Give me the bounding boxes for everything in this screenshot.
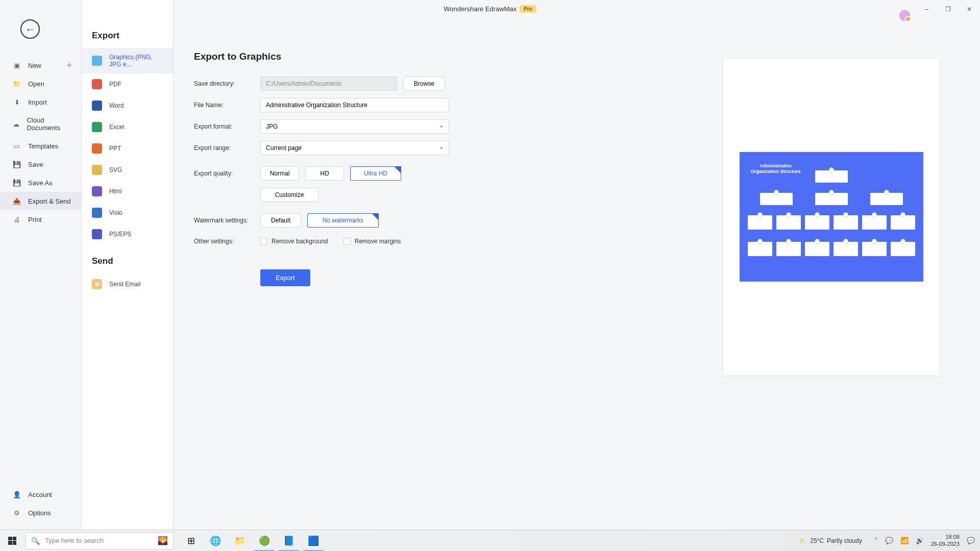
export-type-svg[interactable]: SVG — [82, 159, 173, 181]
user-avatar[interactable] — [898, 9, 911, 22]
export-type-label: PS/EPS — [109, 231, 131, 238]
edge-icon[interactable]: 🌐 — [203, 530, 228, 552]
export-type-label: Visio — [109, 209, 122, 216]
format-value: JPG — [266, 123, 278, 130]
file-options[interactable]: ⚙ Options — [0, 504, 81, 522]
export-type-visio[interactable]: Visio — [82, 202, 173, 223]
file-type-icon — [92, 56, 102, 66]
save-dir-label: Save directory: — [194, 80, 260, 87]
export-type-label: Word — [109, 102, 124, 109]
export-type-html[interactable]: Html — [82, 181, 173, 202]
file-save-as[interactable]: 💾 Save As — [0, 173, 81, 192]
send-email[interactable]: ✉Send Email — [82, 273, 173, 295]
volume-icon[interactable]: 🔊 — [916, 537, 924, 544]
taskbar-search[interactable]: 🔍 Type here to search 🌄 — [26, 532, 174, 549]
filename-label: File Name: — [194, 102, 260, 109]
browse-button[interactable]: Browse — [403, 77, 445, 91]
file-label: Save — [28, 161, 43, 168]
cloud-icon: ☁ — [13, 120, 19, 128]
gear-icon: ⚙ — [13, 509, 21, 517]
save-as-icon: 💾 — [13, 179, 21, 187]
file-label: Save As — [28, 179, 53, 187]
save-icon: 💾 — [13, 160, 21, 168]
weather-widget[interactable]: ⛅ 25°C Partly cloudy — [799, 537, 862, 544]
watermark-label: Watermark settings: — [194, 217, 260, 224]
range-select[interactable]: Current page ▼ — [260, 141, 449, 155]
export-sidebar: Export Graphics (PNG, JPG e...PDFWordExc… — [82, 0, 174, 530]
file-type-icon — [92, 79, 102, 89]
file-explorer-icon[interactable]: 📁 — [228, 530, 252, 552]
caret-down-icon: ▼ — [439, 124, 444, 129]
weather-temp: 25°C — [810, 537, 824, 544]
close-button[interactable]: ✕ — [959, 0, 980, 18]
clock-time: 18:08 — [931, 534, 960, 540]
file-import[interactable]: ⬇ Import — [0, 93, 81, 111]
file-templates[interactable]: ▭ Templates — [0, 137, 81, 155]
wifi-icon[interactable]: 📶 — [900, 537, 909, 544]
minimize-button[interactable]: ─ — [916, 0, 937, 18]
remove-bg-checkbox[interactable] — [260, 238, 267, 245]
file-print[interactable]: 🖨 Print — [0, 210, 81, 229]
weather-desc: Partly cloudy — [827, 537, 862, 544]
folder-icon: 📁 — [13, 80, 21, 88]
file-account[interactable]: 👤 Account — [0, 485, 81, 504]
export-type-label: Excel — [109, 123, 124, 131]
watermark-default[interactable]: Default — [260, 213, 301, 228]
file-cloud-documents[interactable]: ☁ Cloud Documents — [0, 111, 81, 137]
file-export-send[interactable]: 📤 Export & Send — [0, 192, 81, 210]
file-type-icon — [92, 101, 102, 111]
customize-button[interactable]: Customize — [260, 188, 318, 202]
plus-square-icon: ▣ — [13, 61, 21, 69]
word-icon[interactable]: 📘 — [277, 530, 301, 552]
taskbar: 🔍 Type here to search 🌄 ⊞ 🌐 📁 🟢 📘 🟦 ⛅ 25… — [0, 530, 980, 551]
back-button[interactable]: ← — [20, 19, 40, 39]
taskbar-clock[interactable]: 18:08 26-09-2023 — [931, 534, 960, 547]
add-icon[interactable]: + — [66, 60, 72, 71]
export-type-label: SVG — [109, 166, 122, 173]
file-open[interactable]: 📁 Open — [0, 74, 81, 93]
export-type-graphics-png-jpg-e-[interactable]: Graphics (PNG, JPG e... — [82, 48, 173, 73]
range-label: Export range: — [194, 144, 260, 152]
watermark-no-watermarks[interactable]: No watermarks — [307, 213, 379, 228]
window-controls: ─ ❐ ✕ — [916, 0, 980, 18]
export-icon: 📤 — [13, 197, 21, 205]
file-save[interactable]: 💾 Save — [0, 155, 81, 173]
format-label: Export format: — [194, 123, 260, 130]
other-label: Other settings: — [194, 238, 260, 245]
file-label: Print — [28, 216, 42, 223]
quality-hd[interactable]: HD — [305, 166, 344, 181]
filename-input[interactable] — [260, 98, 449, 112]
send-heading: Send — [82, 245, 173, 273]
file-label: New — [28, 62, 41, 69]
notifications-icon[interactable]: 💬 — [967, 537, 975, 544]
account-icon: 👤 — [13, 490, 21, 498]
export-type-word[interactable]: Word — [82, 95, 173, 116]
export-type-excel[interactable]: Excel — [82, 116, 173, 138]
format-select[interactable]: JPG ▼ — [260, 119, 449, 134]
file-sidebar: ▣ New + 📁 Open ⬇ Import ☁ Cloud Document… — [0, 0, 82, 530]
meet-now-icon[interactable]: 💬 — [885, 537, 893, 544]
clock-date: 26-09-2023 — [931, 541, 960, 547]
quality-normal[interactable]: Normal — [260, 166, 299, 181]
export-type-pdf[interactable]: PDF — [82, 73, 173, 95]
edrawmax-icon[interactable]: 🟦 — [301, 530, 326, 552]
quality-ultra-hd[interactable]: Ultra HD — [350, 166, 401, 181]
file-type-icon — [92, 186, 102, 196]
tray-chevron-icon[interactable]: ˄ — [874, 537, 878, 544]
export-type-ps-eps[interactable]: PS/EPS — [82, 223, 173, 245]
preview-panel: AdministrativeOrganization Structure — [724, 59, 939, 375]
task-view-icon[interactable]: ⊞ — [179, 530, 203, 552]
file-new[interactable]: ▣ New + — [0, 56, 81, 74]
save-dir-input[interactable] — [260, 77, 397, 91]
maximize-button[interactable]: ❐ — [937, 0, 959, 18]
chrome-icon[interactable]: 🟢 — [252, 530, 277, 552]
export-button[interactable]: Export — [260, 269, 310, 286]
export-type-ppt[interactable]: PPT — [82, 138, 173, 159]
templates-icon: ▭ — [13, 142, 21, 150]
caret-down-icon: ▼ — [439, 146, 444, 151]
start-button[interactable] — [0, 530, 24, 552]
send-label: Send Email — [109, 281, 140, 288]
search-weather-icon: 🌄 — [158, 536, 168, 545]
pro-badge: Pro — [520, 5, 536, 13]
remove-margins-checkbox[interactable] — [344, 238, 351, 245]
